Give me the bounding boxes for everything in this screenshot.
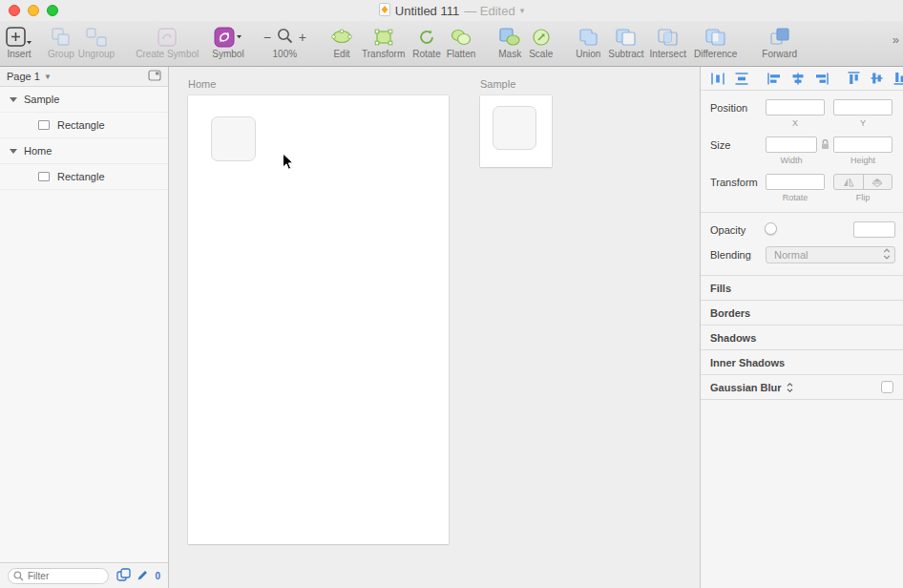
blending-select[interactable]: Normal — [766, 246, 895, 263]
transform-row: Transform Rotate Flip — [701, 165, 903, 202]
page-selector[interactable]: Page 1 ▼ — [0, 67, 168, 87]
zoom-out-button[interactable]: − — [263, 30, 271, 45]
position-x-input[interactable] — [766, 99, 825, 116]
minimize-window-button[interactable] — [28, 5, 39, 16]
artboard-label-sample[interactable]: Sample — [480, 78, 515, 90]
toolbar-button-group[interactable]: Group — [48, 21, 74, 59]
difference-icon — [705, 26, 725, 48]
section-gaussian-blur[interactable]: Gaussian Blur — [701, 375, 903, 400]
opacity-value-input[interactable] — [853, 221, 895, 238]
toolbar-button-edit[interactable]: Edit — [331, 21, 352, 59]
magnifier-icon — [277, 28, 293, 46]
edited-label[interactable]: — Edited — [464, 4, 514, 18]
position-y-input[interactable] — [833, 99, 892, 116]
rectangle-shape-home[interactable] — [211, 116, 256, 161]
updown-chevrons-icon — [883, 247, 891, 262]
zoom-window-button[interactable] — [47, 5, 58, 16]
section-inner-shadows[interactable]: Inner Shadows — [701, 350, 903, 375]
align-top-icon[interactable] — [848, 72, 860, 85]
transform-icon — [374, 26, 393, 48]
blur-type-chevrons-icon[interactable] — [787, 382, 793, 393]
window-title: Untitled 111 — [395, 4, 459, 18]
disclosure-triangle-icon[interactable] — [10, 97, 17, 102]
insert-icon — [6, 26, 32, 48]
toolbar-button-flatten[interactable]: Flatten — [447, 21, 476, 59]
width-input[interactable] — [766, 136, 817, 153]
toolbar-button-difference[interactable]: Difference — [694, 21, 737, 59]
pencil-count: 0 — [155, 571, 160, 581]
toolbar-button-create-symbol[interactable]: Create Symbol — [136, 21, 199, 59]
layer-list-sidebar: Page 1 ▼ Sample Rectangle Home Rectangle — [0, 67, 169, 588]
layer-rectangle-home[interactable]: Rectangle — [0, 164, 168, 190]
artboard-home[interactable] — [188, 95, 449, 544]
gaussian-blur-checkbox[interactable] — [881, 381, 893, 393]
toolbar-button-subtract[interactable]: Subtract — [608, 21, 643, 59]
layer-group-sample[interactable]: Sample — [0, 87, 168, 113]
toolbar-button-rotate[interactable]: Rotate — [412, 21, 440, 59]
artboard-sample[interactable] — [480, 95, 552, 167]
titlebar: Untitled 111 — Edited ▾ — [0, 0, 903, 21]
toolbar-overflow-chevron[interactable]: » — [892, 32, 899, 47]
close-window-button[interactable] — [9, 5, 20, 16]
toolbar-button-symbol[interactable]: Symbol — [212, 21, 243, 59]
height-input[interactable] — [833, 136, 892, 153]
flip-vertical-icon[interactable] — [863, 175, 892, 189]
group-icon — [52, 26, 71, 48]
toolbar-button-ungroup[interactable]: Ungroup — [78, 21, 115, 59]
zoom-level[interactable]: 100% — [273, 49, 298, 59]
rectangle-shape-sample[interactable] — [493, 106, 536, 150]
section-fills[interactable]: Fills — [701, 276, 903, 301]
pencil-icon[interactable] — [136, 569, 149, 583]
flip-horizontal-icon[interactable] — [834, 175, 863, 189]
toolbar-button-mask[interactable]: Mask — [498, 21, 521, 59]
distribute-vertically-icon[interactable] — [735, 73, 748, 85]
canvas[interactable]: Home Sample — [169, 67, 700, 588]
sidebar-bottom-bar: 0 — [0, 562, 168, 588]
rotate-icon — [417, 26, 436, 48]
align-middle-vertically-icon[interactable] — [871, 72, 883, 85]
align-right-icon[interactable] — [815, 73, 829, 85]
create-symbol-icon — [158, 26, 177, 48]
layer-group-home[interactable]: Home — [0, 138, 168, 164]
duplicate-squares-icon[interactable] — [116, 568, 131, 583]
layer-rectangle-sample[interactable]: Rectangle — [0, 113, 168, 138]
page-list-toggle-icon[interactable] — [148, 70, 161, 83]
ungroup-icon — [86, 26, 107, 48]
align-center-horizontally-icon[interactable] — [791, 73, 805, 85]
toolbar-button-intersect[interactable]: Intersect — [650, 21, 686, 59]
edit-icon — [331, 26, 352, 48]
symbol-icon — [214, 26, 242, 48]
toolbar-button-forward[interactable]: Forward — [762, 21, 797, 59]
mouse-cursor-icon — [282, 153, 294, 173]
opacity-slider[interactable] — [765, 221, 842, 238]
inspector-panel: Position X Y Size Width — [700, 67, 903, 588]
section-shadows[interactable]: Shadows — [701, 326, 903, 350]
flatten-icon — [451, 26, 472, 48]
distribute-horizontally-icon[interactable] — [711, 73, 724, 85]
page-label: Page 1 — [7, 71, 40, 82]
lock-proportions-icon[interactable] — [821, 136, 830, 153]
align-bottom-icon[interactable] — [893, 72, 903, 85]
toolbar-button-union[interactable]: Union — [576, 21, 600, 59]
rectangle-layer-icon — [38, 120, 50, 130]
mask-icon — [499, 26, 520, 48]
toolbar-button-scale[interactable]: Scale — [529, 21, 553, 59]
sketch-window: Untitled 111 — Edited ▾ Insert Group Ung… — [0, 0, 903, 588]
alignment-toolbar — [701, 67, 903, 91]
title-chevron-icon[interactable]: ▾ — [520, 6, 525, 15]
align-left-icon[interactable] — [767, 73, 781, 85]
section-borders[interactable]: Borders — [701, 301, 903, 326]
zoom-in-button[interactable]: + — [299, 30, 306, 45]
size-row: Size Width Height — [701, 128, 903, 165]
intersect-icon — [658, 26, 678, 48]
search-icon — [13, 571, 24, 583]
union-icon — [578, 26, 598, 48]
toolbar-button-insert[interactable]: Insert — [6, 21, 32, 59]
page-chevron-icon: ▼ — [44, 73, 52, 81]
opacity-slider-knob[interactable] — [765, 222, 777, 235]
artboard-label-home[interactable]: Home — [188, 78, 216, 90]
disclosure-triangle-icon[interactable] — [10, 149, 17, 154]
rotate-input[interactable] — [766, 174, 825, 190]
forward-icon — [770, 26, 789, 48]
toolbar-button-transform[interactable]: Transform — [362, 21, 405, 59]
